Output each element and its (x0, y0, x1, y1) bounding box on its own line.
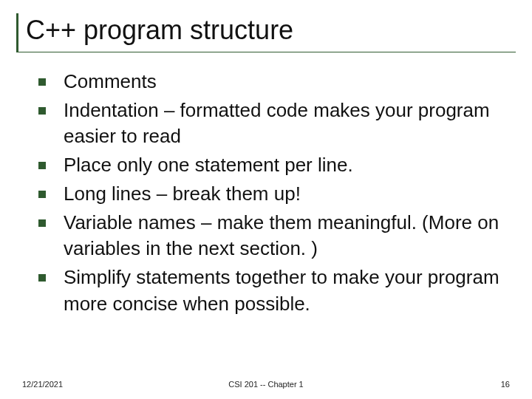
list-item: Simplify statements together to make you… (38, 265, 505, 316)
bullet-text: Simplify statements together to make you… (64, 266, 499, 314)
content-area: Comments Indentation – formatted code ma… (16, 69, 516, 317)
bullet-text: Variable names – make them meaningful. (… (64, 211, 499, 259)
list-item: Indentation – formatted code makes your … (38, 98, 505, 149)
bullet-text: Indentation – formatted code makes your … (64, 99, 490, 147)
list-item: Comments (38, 69, 505, 95)
list-item: Place only one statement per line. (38, 152, 505, 178)
bullet-text: Place only one statement per line. (64, 154, 353, 176)
list-item: Variable names – make them meaningful. (… (38, 210, 505, 262)
bullet-text: Long lines – break them up! (64, 183, 301, 205)
bullet-square-icon (38, 219, 46, 227)
bullet-square-icon (38, 274, 46, 282)
bullet-text: Comments (64, 70, 157, 92)
bullet-square-icon (38, 191, 46, 198)
footer-center: CSI 201 -- Chapter 1 (16, 380, 516, 389)
slide: C++ program structure Comments Indentati… (0, 0, 532, 399)
slide-title: C++ program structure (26, 16, 516, 44)
bullet-square-icon (38, 162, 46, 169)
bullet-list: Comments Indentation – formatted code ma… (38, 69, 505, 317)
bullet-square-icon (38, 78, 46, 86)
title-container: C++ program structure (16, 13, 516, 52)
bullet-square-icon (38, 107, 46, 115)
list-item: Long lines – break them up! (38, 181, 505, 207)
footer-page-number: 16 (501, 380, 510, 389)
